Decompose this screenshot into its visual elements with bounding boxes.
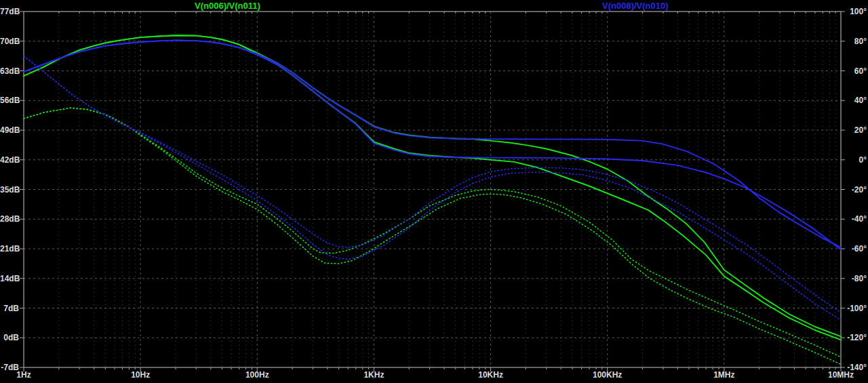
y-left-tick-56dB: 56dB [0,96,19,105]
trace-label-v(n006)-v(n011)[interactable]: V(n006)/V(n011) [195,1,260,11]
x-tick-100KHz: 100KHz [580,370,635,380]
y-right-tick-60°: 60° [845,66,867,76]
y-left-tick-0dB: 0dB [0,333,19,342]
trace-label-v(n008)-v(n010)[interactable]: V(n008)/V(n010) [602,1,669,11]
y-right-tick-100°: 100° [845,7,867,16]
y-left-tick-63dB: 63dB [0,66,19,76]
y-left-tick-14dB: 14dB [0,274,19,283]
trace-v-n008-v-n010-phase-step2 [24,56,841,320]
y-right-tick--100°: -100° [845,304,867,313]
x-tick-1Hz: 1Hz [0,370,51,380]
y-right-tick-80°: 80° [845,37,867,46]
x-tick-100Hz: 100Hz [230,370,284,380]
x-tick-10KHz: 10KHz [464,370,518,380]
y-left-tick-21dB: 21dB [0,244,19,254]
y-right-tick-40°: 40° [845,96,867,105]
y-left-tick-49dB: 49dB [0,125,19,135]
y-right-tick--20°: -20° [845,185,867,195]
y-left-tick-28dB: 28dB [0,214,19,224]
y-right-tick--60°: -60° [845,244,867,254]
y-right-tick--120°: -120° [845,333,867,342]
trace-v-n006-v-n011-magnitude-step1 [24,35,841,336]
y-left-tick-77dB: 77dB [0,7,19,16]
y-right-tick--80°: -80° [845,274,867,283]
y-right-tick--40°: -40° [845,214,867,224]
trace-v-n006-v-n011-phase-step1 [24,108,841,357]
y-left-tick-7dB: 7dB [0,304,19,313]
trace-v-n006-v-n011-magnitude-step2 [24,35,841,340]
y-right-tick-20°: 20° [845,125,867,135]
y-left-tick-35dB: 35dB [0,185,19,195]
trace-v-n008-v-n010-magnitude-step1 [24,41,841,248]
x-tick-1KHz: 1KHz [347,370,401,380]
trace-v-n008-v-n010-phase-step1 [24,56,841,313]
x-tick-1MHz: 1MHz [697,370,751,380]
y-left-tick-70dB: 70dB [0,37,19,46]
y-right-tick-0°: 0° [845,155,867,165]
x-tick-10MHz: 10MHz [814,370,868,380]
waveform-viewer-pane: V(n006)/V(n011) V(n008)/V(n010) 77dB70dB… [0,0,868,383]
bode-plot-canvas [0,0,868,383]
x-tick-10Hz: 10Hz [113,370,167,380]
y-left-tick-42dB: 42dB [0,155,19,165]
trace-v-n008-v-n010-magnitude-step2 [24,41,841,250]
